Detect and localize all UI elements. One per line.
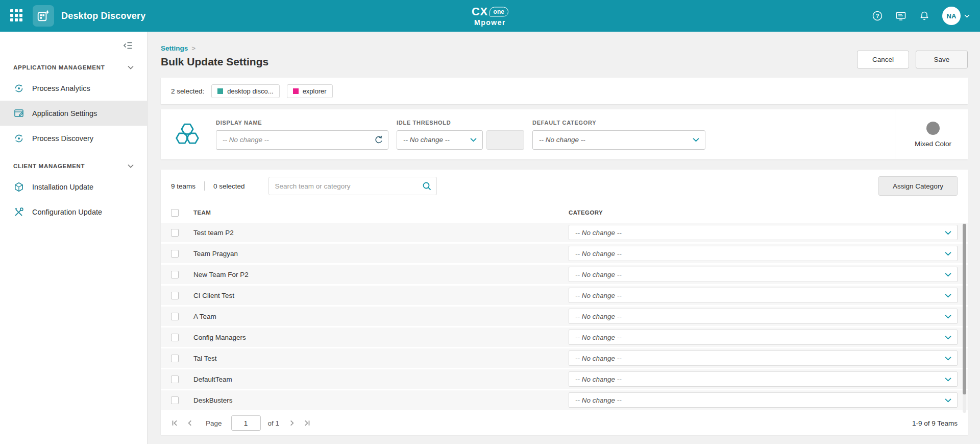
category-dropdown[interactable]: -- No change -- (569, 225, 958, 240)
mixed-color-circle-icon[interactable] (926, 122, 940, 135)
selected-count-label: 2 selected: (171, 87, 204, 95)
row-checkbox[interactable] (171, 250, 179, 258)
avatar: NA (942, 7, 961, 25)
breadcrumb-separator: > (191, 44, 195, 52)
chevron-down-icon (945, 251, 951, 256)
sidebar-collapse-icon[interactable] (122, 40, 134, 51)
row-checkbox[interactable] (171, 396, 179, 404)
breadcrumb: Settings> (161, 44, 268, 52)
chevron-down-icon (470, 137, 477, 142)
chevron-down-icon (945, 335, 951, 340)
save-button[interactable]: Save (916, 51, 968, 68)
teams-count: 9 teams (171, 182, 195, 190)
row-checkbox[interactable] (171, 271, 179, 278)
row-checkbox[interactable] (171, 229, 179, 237)
row-checkbox[interactable] (171, 334, 179, 341)
table-row: CI Client Test -- No change -- (161, 286, 968, 305)
reset-icon[interactable] (374, 135, 384, 145)
page-number-input[interactable] (231, 415, 261, 431)
table-header: TEAM CATEGORY (161, 202, 968, 223)
mixed-color-label: Mixed Color (915, 140, 951, 148)
team-name: CI Client Test (193, 292, 569, 299)
app-chip-desktop-discovery[interactable]: desktop disco... (211, 84, 279, 98)
idle-threshold-dropdown[interactable]: -- No change -- (397, 130, 483, 150)
category-dropdown[interactable]: -- No change -- (569, 267, 958, 282)
sidebar-item-configuration-update[interactable]: Configuration Update (0, 199, 147, 224)
logo-cx-text: CX (472, 6, 488, 17)
divider (204, 181, 205, 191)
display-name-label: DISPLAY NAME (216, 120, 388, 126)
select-all-checkbox[interactable] (171, 209, 179, 217)
sidebar-item-process-discovery[interactable]: Process Discovery (0, 126, 147, 151)
category-dropdown[interactable]: -- No change -- (569, 392, 958, 408)
category-dropdown[interactable]: -- No change -- (569, 246, 958, 261)
page-title: Bulk Update Settings (161, 56, 268, 68)
help-icon[interactable]: ? (872, 10, 883, 21)
sidebar-item-label: Configuration Update (32, 208, 102, 216)
monitor-icon[interactable] (895, 10, 906, 21)
category-dropdown[interactable]: -- No change -- (569, 309, 958, 324)
assign-category-button[interactable]: Assign Category (878, 176, 958, 196)
teams-table: Test team P2 -- No change -- Team Pragya… (161, 223, 968, 410)
section-client-management[interactable]: CLIENT MANAGEMENT (0, 151, 147, 174)
row-checkbox[interactable] (171, 313, 179, 320)
chip-label: explorer (303, 87, 327, 95)
column-header-team: TEAM (193, 209, 569, 216)
cancel-button[interactable]: Cancel (857, 51, 909, 68)
desktop-discovery-logo-icon (33, 5, 54, 27)
previous-page-icon[interactable] (186, 419, 193, 427)
chevron-down-icon (945, 398, 951, 403)
row-checkbox[interactable] (171, 355, 179, 362)
selected-count: 0 selected (213, 182, 245, 190)
category-dropdown[interactable]: -- No change -- (569, 371, 958, 387)
category-dropdown[interactable]: -- No change -- (569, 330, 958, 345)
applications-hexagon-icon (174, 122, 201, 147)
sidebar-item-installation-update[interactable]: Installation Update (0, 174, 147, 199)
team-name: Team Pragyan (193, 250, 569, 258)
user-menu[interactable]: NA (942, 7, 970, 25)
category-dropdown[interactable]: -- No change -- (569, 288, 958, 303)
chevron-down-icon (128, 164, 134, 168)
search-input[interactable] (268, 177, 437, 195)
table-row: Tal Test -- No change -- (161, 348, 968, 368)
page-of-label: of 1 (268, 419, 280, 427)
breadcrumb-settings-link[interactable]: Settings (161, 44, 188, 52)
next-page-icon[interactable] (288, 419, 296, 427)
app-chip-explorer[interactable]: explorer (287, 84, 333, 98)
row-checkbox[interactable] (171, 292, 179, 299)
first-page-icon[interactable] (171, 419, 178, 427)
section-label: CLIENT MANAGEMENT (13, 163, 85, 169)
color-picker[interactable]: Mixed Color (895, 109, 958, 159)
app-launcher-icon[interactable] (10, 9, 23, 22)
table-row: Test team P2 -- No change -- (161, 223, 968, 242)
sidebar-item-process-analytics[interactable]: Process Analytics (0, 76, 147, 101)
logo-one-bubble: one (489, 7, 508, 16)
notifications-bell-icon[interactable] (919, 10, 930, 21)
page-label: Page (206, 419, 222, 427)
table-row: DeskBusters -- No change -- (161, 390, 968, 410)
process-analytics-icon (13, 83, 24, 94)
table-scrollbar-thumb[interactable] (963, 224, 966, 394)
table-row: Config Managers -- No change -- (161, 328, 968, 347)
section-application-management[interactable]: APPLICATION MANAGEMENT (0, 52, 147, 76)
category-dropdown[interactable]: -- No change -- (569, 350, 958, 366)
results-range-label: 1-9 of 9 Teams (912, 419, 958, 427)
sidebar-item-application-settings[interactable]: Application Settings (0, 101, 147, 126)
team-name: DeskBusters (193, 396, 569, 404)
last-page-icon[interactable] (304, 419, 311, 427)
default-category-dropdown[interactable]: -- No change -- (532, 130, 705, 150)
chevron-down-icon (945, 230, 951, 235)
chevron-down-icon (945, 293, 951, 298)
chevron-down-icon (945, 356, 951, 361)
chevron-down-icon (945, 272, 951, 277)
application-settings-icon (13, 108, 24, 119)
main-content: Settings> Bulk Update Settings Cancel Sa… (148, 32, 980, 444)
sidebar-item-label: Process Analytics (32, 84, 90, 92)
selected-apps-card: 2 selected: desktop disco... explorer (161, 78, 968, 104)
idle-threshold-value-input (486, 130, 524, 150)
configuration-update-icon (13, 206, 24, 218)
display-name-input[interactable] (216, 130, 388, 150)
sidebar-item-label: Application Settings (32, 109, 97, 118)
row-checkbox[interactable] (171, 376, 179, 383)
search-icon[interactable] (422, 181, 431, 191)
